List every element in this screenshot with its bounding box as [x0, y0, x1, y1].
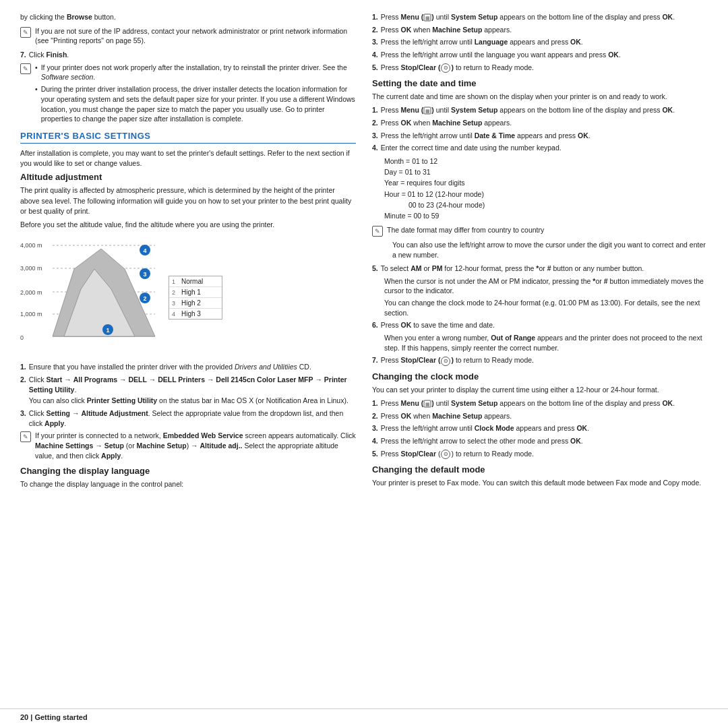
- note-icon-1: ✎: [20, 27, 31, 38]
- dt-step-7: 7. Press Stop/Clear (⊙) to return to Rea…: [372, 355, 708, 365]
- badge-3-text: 3: [143, 271, 146, 278]
- note-box-3: ✎ If your printer is connected to a netw…: [20, 431, 356, 460]
- default-mode-intro: Your printer is preset to Fax mode. You …: [372, 478, 708, 488]
- note-box-2: ✎ • If your printer does not work proper…: [20, 63, 356, 124]
- note-box-1: ✎ If you are not sure of the IP address,…: [20, 26, 356, 46]
- dt-step5-sub1: When the cursor is not under the AM or P…: [384, 276, 708, 296]
- cm-step-3: 3. Press the left/right arrow until Cloc…: [372, 423, 708, 433]
- legend-num-1: 1: [172, 278, 179, 285]
- cm-step-2: 2. Press OK when Machine Setup appears.: [372, 411, 708, 421]
- indent-month: Month = 01 to 12: [384, 156, 708, 166]
- dt-step-4: 4. Enter the correct time and date using…: [372, 143, 708, 153]
- indent-minute: Minute = 00 to 59: [384, 210, 708, 221]
- legend-row-4: 4 High 3: [169, 309, 222, 319]
- dt-step-2: 2. Press OK when Machine Setup appears.: [372, 118, 708, 128]
- date-also-text: You can also use the left/right arrow to…: [392, 240, 708, 260]
- dt-step-6: 6. Press OK to save the time and date.: [372, 320, 708, 330]
- date-time-header: Setting the date and time: [372, 78, 708, 88]
- legend-num-2: 2: [172, 289, 179, 296]
- legend-row-3: 3 High 2: [169, 298, 222, 309]
- legend-label-2: High 1: [181, 289, 201, 296]
- indent-year: Year = requires four digits: [384, 177, 708, 188]
- y-label-3000: 3,000 m: [20, 265, 42, 272]
- date-note-box: ✎ The date format may differ from countr…: [372, 225, 708, 237]
- footer-text: 20 | Getting started: [20, 713, 88, 721]
- dt-step5-sub2: You can change the clock mode to 24-hour…: [384, 298, 708, 317]
- after-chart-step-2: 2. Click Start → All Programs → DELL → D…: [20, 375, 356, 406]
- page: by clicking the Browse button. ✎ If you …: [0, 0, 728, 728]
- legend-num-3: 3: [172, 300, 179, 307]
- badge-2-text: 2: [143, 295, 146, 302]
- note-icon-2: ✎: [20, 63, 31, 74]
- legend-label-1: Normal: [181, 278, 203, 285]
- y-label-2000: 2,000 m: [20, 289, 42, 296]
- date-note-icon: ✎: [372, 226, 383, 237]
- section-header: PRINTER'S BASIC SETTINGS: [20, 131, 356, 144]
- altitude-chart: 4,000 m 3,000 m 2,000 m 1,000 m 0: [20, 235, 222, 357]
- intro-para: by clicking the Browse button.: [20, 12, 356, 22]
- note-bullets: • If your printer does not work properly…: [35, 63, 356, 124]
- step-7-num: 7.: [20, 50, 26, 60]
- legend-row-1: 1 Normal: [169, 276, 222, 287]
- cm-step-5: 5. Press Stop/Clear (⊙) to return to Rea…: [372, 449, 708, 459]
- left-column: by clicking the Browse button. ✎ If you …: [20, 12, 356, 702]
- date-note-text: The date format may differ from country …: [387, 225, 544, 235]
- altitude-header: Altitude adjustment: [20, 172, 356, 182]
- change-display-header: Changing the display language: [20, 466, 356, 476]
- note-bullet-1: • If your printer does not work properly…: [35, 63, 356, 82]
- svg-text:▦: ▦: [425, 16, 430, 20]
- y-label-0: 0: [20, 334, 24, 341]
- right-column: 1. Press Menu (▦) until System Setup app…: [372, 12, 708, 702]
- dt-indent: Month = 01 to 12 Day = 01 to 31 Year = r…: [384, 156, 708, 222]
- clock-mode-header: Changing the clock mode: [372, 371, 708, 382]
- badge-1-text: 1: [106, 327, 109, 334]
- after-chart-step-1: 1. Ensure that you have installed the pr…: [20, 362, 356, 372]
- note-text-1: If you are not sure of the IP address, c…: [35, 26, 356, 46]
- cm-step-1: 1. Press Menu (▦) until System Setup app…: [372, 398, 708, 408]
- indent-hour2: 00 to 23 (24-hour mode): [384, 200, 708, 210]
- altitude-para1: The print quality is affected by atmosph…: [20, 185, 356, 216]
- dt-step-1: 1. Press Menu (▦) until System Setup app…: [372, 105, 708, 115]
- step-7: 7. Click Finish.: [20, 50, 356, 60]
- indent-day: Day = 01 to 31: [384, 166, 708, 177]
- svg-text:▦: ▦: [425, 402, 430, 406]
- svg-text:▦: ▦: [425, 109, 430, 113]
- step-7-text: Click Finish.: [29, 50, 69, 60]
- dt-step6-sub: When you enter a wrong number, Out of Ra…: [384, 333, 708, 353]
- change-display-para: To change the display language in the co…: [20, 479, 356, 489]
- legend-num-4: 4: [172, 311, 179, 317]
- y-label-4000: 4,000 m: [20, 242, 42, 249]
- note-bullet-2: • During the printer driver installation…: [35, 84, 356, 124]
- legend-label-3: High 2: [181, 299, 201, 307]
- right-step-4: 4. Press the left/right arrow until the …: [372, 50, 708, 60]
- y-label-1000: 1,000 m: [20, 311, 42, 317]
- dt-step-5: 5. To select AM or PM for 12-hour format…: [372, 264, 708, 274]
- legend-row-2: 2 High 1: [169, 287, 222, 298]
- right-step-5: 5. Press Stop/Clear (⊙) to return to Rea…: [372, 63, 708, 73]
- after-chart-step-3: 3. Click Setting → Altitude Adjustment. …: [20, 408, 356, 428]
- badge-4-text: 4: [143, 247, 146, 254]
- right-step-2: 2. Press OK when Machine Setup appears.: [372, 25, 708, 35]
- altitude-para2: Before you set the altitude value, find …: [20, 220, 356, 230]
- cm-step-4: 4. Press the left/right arrow to select …: [372, 436, 708, 446]
- note-icon-3: ✎: [20, 431, 31, 442]
- note-text-3: If your printer is connected to a networ…: [35, 431, 356, 460]
- indent-hour: Hour = 01 to 12 (12-hour mode): [384, 189, 708, 200]
- dt-step-3: 3. Press the left/right arrow until Date…: [372, 131, 708, 141]
- date-time-intro: The current date and time are shown on t…: [372, 92, 708, 102]
- section-intro: After installation is complete, you may …: [20, 148, 356, 169]
- right-step-1: 1. Press Menu (▦) until System Setup app…: [372, 12, 708, 22]
- default-mode-header: Changing the default mode: [372, 464, 708, 475]
- right-step-3: 3. Press the left/right arrow until Lang…: [372, 37, 708, 47]
- chart-legend: 1 Normal 2 High 1 3 High 2 4 High 3: [169, 276, 222, 320]
- footer: 20 | Getting started: [0, 708, 728, 728]
- legend-label-4: High 3: [181, 310, 201, 317]
- clock-mode-intro: You can set your printer to display the …: [372, 385, 708, 395]
